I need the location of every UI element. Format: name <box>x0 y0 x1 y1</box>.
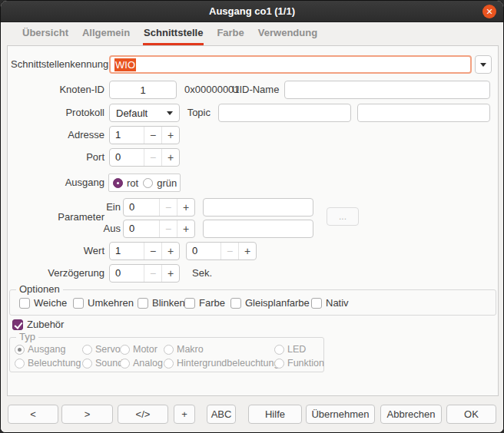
parameter-more-button: ... <box>327 207 359 226</box>
type-legend: Typ <box>16 331 38 342</box>
window-title: Ausgang co1 (1/1) <box>209 5 295 17</box>
topic-input-2[interactable] <box>357 104 490 122</box>
protocol-select[interactable]: Default <box>109 104 180 122</box>
minus-icon[interactable]: − <box>144 243 161 259</box>
minus-icon[interactable]: − <box>159 220 177 237</box>
radio-typ-funktion: Funktion <box>274 358 324 369</box>
minus-icon[interactable]: − <box>159 199 177 216</box>
port-spinner: 0 − + <box>109 148 180 167</box>
interface-id-selected-text: WIO <box>114 58 136 71</box>
checkbox-box <box>73 298 84 309</box>
radio-label: Analog <box>133 358 163 369</box>
type-group: Typ Ausgang Servo Motor Makro LED <box>9 337 324 372</box>
output-label: Ausgang <box>8 174 104 192</box>
address-value[interactable]: 1 <box>110 127 144 144</box>
radio-circle <box>164 345 174 355</box>
checkbox-label: Blinken <box>152 297 185 309</box>
dialog-window: Ausgang co1 (1/1) ✕ Übersicht Allgemein … <box>0 0 504 433</box>
tab-uebersicht[interactable]: Übersicht <box>22 22 69 45</box>
checkbox-umkehren[interactable]: Umkehren <box>73 297 134 309</box>
radio-rot-label: rot <box>127 177 138 189</box>
radio-circle <box>15 359 25 369</box>
value-spinner-2: 0 − + <box>186 242 257 260</box>
plus-icon[interactable]: + <box>177 199 194 216</box>
plus-icon[interactable]: + <box>238 243 256 259</box>
address-label: Adresse <box>8 126 104 144</box>
row-interface-id: Schnittstellenkennung WIO <box>8 55 498 74</box>
interface-id-input[interactable]: WIO <box>109 55 472 74</box>
plus-icon[interactable]: + <box>161 265 179 282</box>
radio-circle <box>82 359 92 369</box>
minus-icon[interactable]: − <box>220 243 238 259</box>
checkbox-gleisplanfarbe[interactable]: Gleisplanfarbe <box>230 297 310 309</box>
parameter-off-spinner: 0 − + <box>123 220 195 238</box>
tab-farbe[interactable]: Farbe <box>216 22 244 45</box>
parameter-on-spinner: 0 − + <box>123 198 195 216</box>
minus-icon[interactable]: − <box>144 265 161 282</box>
tab-verwendung[interactable]: Verwendung <box>257 22 318 45</box>
row-protocol: Protokoll Default Topic <box>8 104 498 122</box>
cancel-button[interactable]: Abbrechen <box>380 405 442 424</box>
add-button[interactable]: + <box>174 405 195 424</box>
help-button[interactable]: Hilfe <box>248 405 302 424</box>
parameter-on-value[interactable]: 0 <box>124 199 159 216</box>
node-id-input[interactable] <box>109 81 177 99</box>
radio-typ-hintergrundbeleuchtung: Hintergrundbeleuchtung <box>164 358 279 369</box>
prev-button[interactable]: < <box>8 405 58 424</box>
minus-icon[interactable]: − <box>144 149 161 166</box>
uid-name-input[interactable] <box>284 81 490 99</box>
protocol-selected-value: Default <box>116 107 148 119</box>
close-icon[interactable]: ✕ <box>482 5 496 18</box>
parameter-off-value[interactable]: 0 <box>124 220 159 237</box>
topic-input[interactable] <box>218 104 351 122</box>
checkbox-label: Farbe <box>199 297 225 309</box>
checkbox-blinken[interactable]: Blinken <box>138 297 185 309</box>
row-node-id: Knoten-ID 0x00000001 UID-Name <box>8 81 498 99</box>
footer-button-bar: < > </> + ABC Hilfe Übernehmen Abbrechen… <box>1 396 503 432</box>
radio-rot[interactable] <box>113 178 123 188</box>
interface-form-panel: Schnittstellenkennung WIO Knoten-ID 0x00… <box>7 45 499 396</box>
parameter-on-input[interactable] <box>203 198 313 216</box>
tab-bar: Übersicht Allgemein Schnittstelle Farbe … <box>1 22 503 45</box>
plus-icon[interactable]: + <box>177 220 194 237</box>
parameter-off-input[interactable] <box>203 220 313 238</box>
radio-label: Beleuchtung <box>28 358 81 369</box>
value-spinner-1: 1 − + <box>109 242 180 260</box>
radio-circle <box>120 359 130 369</box>
value-1[interactable]: 1 <box>110 243 144 259</box>
plus-icon[interactable]: + <box>161 149 179 166</box>
xml-button[interactable]: </> <box>118 405 168 424</box>
radio-gruen[interactable] <box>143 178 153 188</box>
chevron-down-icon <box>167 111 173 115</box>
port-value[interactable]: 0 <box>110 149 144 166</box>
chevron-down-icon <box>480 63 486 67</box>
interface-id-dropdown-button[interactable] <box>475 55 492 74</box>
checkbox-nativ[interactable]: Nativ <box>311 297 349 309</box>
address-spinner: 1 − + <box>109 126 180 144</box>
delay-value[interactable]: 0 <box>110 265 144 282</box>
checkbox-zubehoer[interactable]: Zubehör <box>12 319 64 330</box>
radio-typ-beleuchtung: Beleuchtung <box>15 358 81 369</box>
options-group: Optionen Weiche Umkehren Blinken Farbe G… <box>9 289 496 316</box>
radio-circle <box>164 359 174 369</box>
value-2[interactable]: 0 <box>187 243 220 259</box>
plus-icon[interactable]: + <box>161 127 179 144</box>
row-address: Adresse 1 − + <box>8 126 498 144</box>
plus-icon[interactable]: + <box>161 243 179 259</box>
tab-allgemein[interactable]: Allgemein <box>81 22 131 45</box>
tab-schnittstelle[interactable]: Schnittstelle <box>143 22 204 45</box>
ok-button[interactable]: OK <box>446 405 496 424</box>
node-id-hex-value: 0x00000001 <box>184 81 240 99</box>
parameter-off-label: Aus <box>85 220 121 238</box>
radio-label: LED <box>287 344 306 355</box>
checkbox-box <box>138 298 148 309</box>
row-delay: Verzögerung 0 − + Sek. <box>8 264 498 283</box>
apply-button[interactable]: Übernehmen <box>306 405 375 424</box>
delay-spinner: 0 − + <box>109 264 180 283</box>
next-button[interactable]: > <box>61 405 113 424</box>
radio-label: Funktion <box>287 358 324 369</box>
checkbox-farbe[interactable]: Farbe <box>184 297 225 309</box>
abc-button[interactable]: ABC <box>207 405 236 424</box>
checkbox-weiche[interactable]: Weiche <box>19 297 67 309</box>
minus-icon[interactable]: − <box>144 127 161 144</box>
